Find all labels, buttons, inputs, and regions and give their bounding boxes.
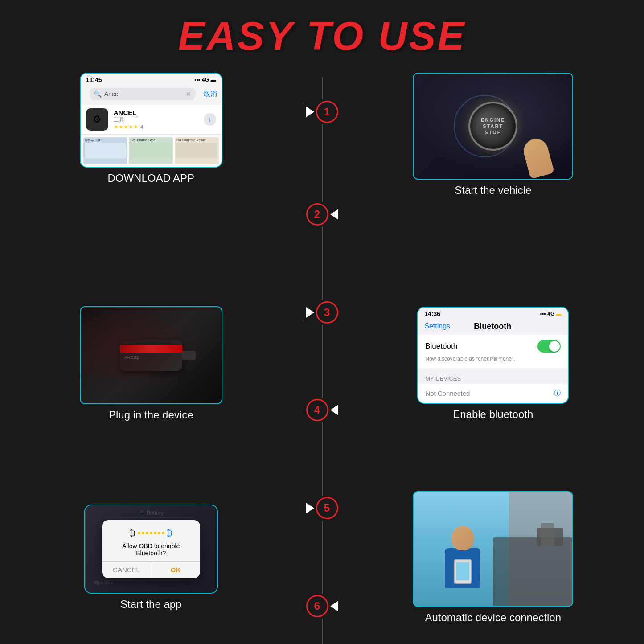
step2-number: 2 <box>306 203 328 226</box>
screenshot-3: T61 Diagnose Report <box>175 137 219 164</box>
mechanic-image <box>413 491 573 607</box>
timeline-spine <box>322 77 323 644</box>
step5-card: 📱 Battery Monitors ₿ <box>9 460 293 644</box>
step3-node: 3 <box>306 300 338 325</box>
arrow-2 <box>330 209 338 220</box>
step6-node: 6 <box>306 594 338 619</box>
bt-screen-time: 14:36 <box>424 310 440 317</box>
clear-icon: ✕ <box>186 90 191 98</box>
bt-network: 4G <box>547 311 554 317</box>
search-text: Ancel <box>104 90 120 98</box>
app-rating: ★★★★★ 4 <box>114 124 198 130</box>
my-devices-header: MY DEVICES <box>418 372 568 384</box>
engine-text-1: ENGINE <box>481 117 505 123</box>
engine-start-image: ENGINE START STOP <box>413 73 573 180</box>
step3-label: Plug in the device <box>109 409 193 421</box>
step4-card: 14:36 ▪▪▪ 4G ▬ Settings Bluetooth <box>351 267 636 460</box>
step4-number: 4 <box>306 399 328 421</box>
engine-text-2: START <box>483 123 503 129</box>
bt-screen-title: Bluetooth <box>474 322 511 331</box>
step6-number: 6 <box>306 595 328 617</box>
cancel-dialog-button[interactable]: CANCEL <box>102 562 152 578</box>
step3-number: 3 <box>316 301 338 324</box>
dialog-text: Allow OBD to enable Bluetooth? <box>108 542 194 557</box>
right-column: ENGINE START STOP Start the vehicle <box>345 68 644 644</box>
app-store-screenshot: 11:45 ▪▪▪ 4G ▬ 🔍 Ancel ✕ <box>80 73 222 168</box>
step1-card: 11:45 ▪▪▪ 4G ▬ 🔍 Ancel ✕ <box>9 68 293 267</box>
bluetooth-settings-screenshot: 14:36 ▪▪▪ 4G ▬ Settings Bluetooth <box>417 307 569 404</box>
arrow-5 <box>306 503 314 513</box>
bluetooth-toggle[interactable] <box>537 340 561 353</box>
step1-number: 1 <box>316 101 338 123</box>
ancel-app-icon: ⚙ <box>86 108 108 131</box>
step6-card: Automatic device connection <box>351 460 636 644</box>
allow-bluetooth-dialog: 📱 Battery Monitors ₿ <box>84 505 218 594</box>
search-icon: 🔍 <box>94 90 102 98</box>
cancel-search-button[interactable]: 取消 <box>204 90 217 98</box>
engine-text-3: STOP <box>484 130 501 135</box>
step5-number: 5 <box>316 497 338 519</box>
page-title: EASY TO USE <box>0 0 644 68</box>
bt-label: Bluetooth <box>425 342 457 351</box>
bt-signal: ▪▪▪ <box>540 311 546 317</box>
ok-dialog-button[interactable]: OK <box>151 562 200 578</box>
main-container: EASY TO USE 11:45 ▪▪▪ 4G ▬ <box>0 0 644 644</box>
step5-label: Start the app <box>120 598 181 611</box>
bt-battery: ▬ <box>556 311 562 317</box>
bt-discoverable-text: Now discoverable as "chen的iPhone". <box>425 355 561 363</box>
bt-back-button[interactable]: Settings <box>424 322 450 330</box>
screenshot-1: T85 — OBD <box>83 137 127 164</box>
step2-card: ENGINE START STOP Start the vehicle <box>351 68 636 267</box>
left-column: 11:45 ▪▪▪ 4G ▬ 🔍 Ancel ✕ <box>0 68 300 644</box>
step4-label: Enable bluetooth <box>453 408 533 421</box>
device-info-icon[interactable]: ⓘ <box>554 389 561 398</box>
bluetooth-left-icon: ₿ <box>130 527 135 539</box>
step3-card: ANCEL Plug in the device <box>9 267 293 460</box>
arrow-4 <box>330 405 338 415</box>
arrow-1 <box>306 107 314 117</box>
app-name: ANCEL <box>114 109 198 116</box>
step2-label: Start the vehicle <box>455 184 531 197</box>
screenshot-2: T25 Trouble Code <box>129 137 173 164</box>
step5-node: 5 <box>306 496 338 521</box>
obd-device-image: ANCEL <box>80 306 222 404</box>
step2-node: 2 <box>306 202 338 227</box>
battery-icon: ▬ <box>211 77 216 83</box>
center-timeline: 1 2 3 <box>300 68 345 644</box>
phone-time: 11:45 <box>86 76 102 83</box>
download-button[interactable]: ↓ <box>204 113 216 126</box>
network-type: 4G <box>202 77 209 83</box>
signal-bars: ▪▪▪ <box>194 77 200 83</box>
arrow-6 <box>330 601 338 611</box>
arrow-3 <box>306 307 314 318</box>
step4-node: 4 <box>306 398 338 422</box>
bluetooth-right-icon: ₿ <box>167 527 172 539</box>
step6-label: Automatic device connection <box>425 611 561 624</box>
app-category: 工具 <box>114 116 198 124</box>
step1-label: DOWNLOAD APP <box>107 172 194 185</box>
device-status: Not Connected <box>425 390 470 397</box>
step1-node: 1 <box>306 99 338 124</box>
